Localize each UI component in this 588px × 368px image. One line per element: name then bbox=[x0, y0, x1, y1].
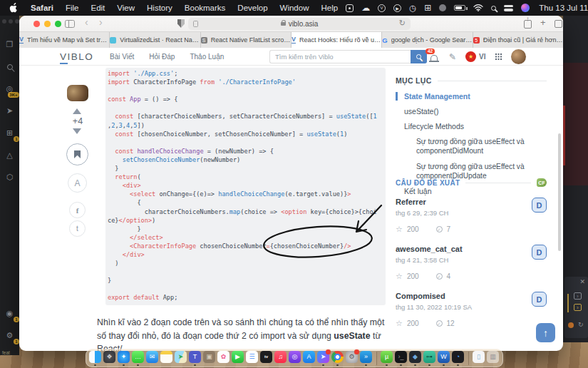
apple-menu-icon[interactable] bbox=[9, 3, 18, 13]
author-avatar[interactable] bbox=[67, 85, 88, 101]
page-scrollbar[interactable] bbox=[558, 133, 561, 251]
pages-icon[interactable]: ❐ bbox=[0, 34, 19, 56]
dock-terminal-icon[interactable]: ›_ bbox=[395, 351, 408, 366]
language-switcher[interactable]: ★ VI bbox=[465, 51, 485, 62]
dock-podcasts-icon[interactable]: ◎ bbox=[289, 351, 301, 363]
dock-vscode-icon[interactable]: » bbox=[360, 351, 373, 366]
viblo-nav-item[interactable]: Thảo Luận bbox=[190, 53, 224, 61]
reload-icon[interactable]: ↻ bbox=[399, 19, 406, 28]
menu-edit[interactable]: Edit bbox=[91, 4, 105, 12]
circle-v-icon[interactable]: V bbox=[378, 3, 386, 13]
blocks-icon[interactable]: ⊞1 bbox=[0, 122, 19, 144]
time-icon[interactable]: ◷ bbox=[409, 3, 416, 13]
menu-view[interactable]: View bbox=[117, 4, 135, 12]
browser-tab-4[interactable]: VReact Hooks: Hiểu rõ về us... bbox=[292, 32, 382, 48]
dock-appstore-icon[interactable]: A bbox=[303, 351, 316, 363]
write-post-icon[interactable]: ✎ bbox=[449, 52, 456, 62]
search-input[interactable] bbox=[269, 50, 411, 63]
puzzle-item[interactable]: Compomisedthg 11 30, 2022 10:19 SAD☆200✓… bbox=[396, 292, 547, 328]
control-center-icon[interactable] bbox=[504, 3, 513, 13]
refresh-icon[interactable]: ↻ bbox=[578, 321, 584, 328]
menu-window[interactable]: Window bbox=[280, 4, 309, 12]
twitter-share-button[interactable]: t bbox=[69, 220, 86, 237]
dock-maps-icon[interactable]: ➤ bbox=[175, 351, 187, 363]
address-bar[interactable]: viblo.asia ↻ bbox=[188, 18, 411, 30]
menu-help[interactable]: Help bbox=[321, 4, 338, 12]
dock-safari-icon[interactable]: ✦ bbox=[118, 351, 130, 366]
reader-page-icon[interactable] bbox=[193, 21, 198, 27]
new-tab-button[interactable]: + bbox=[540, 17, 546, 28]
search-icon[interactable] bbox=[0, 56, 19, 78]
toc-item[interactable]: State Management bbox=[396, 92, 547, 101]
siri-icon[interactable] bbox=[521, 3, 530, 13]
dock-mail-icon[interactable]: ✉ bbox=[146, 351, 159, 363]
gear-icon[interactable]: ⚙1 bbox=[0, 324, 19, 347]
dock-notes-icon[interactable] bbox=[160, 351, 173, 363]
bookmark-button[interactable] bbox=[66, 143, 88, 165]
package-icon[interactable]: ⬡ bbox=[0, 166, 19, 188]
menubar-clock[interactable]: Thu 13 Jul 11:03 bbox=[539, 4, 588, 12]
close-window-button[interactable] bbox=[33, 21, 40, 27]
toc-item[interactable]: useState() bbox=[396, 107, 547, 116]
browser-tab-5[interactable]: Ggoogle dịch - Google Search bbox=[382, 32, 473, 48]
scroll-to-top-button[interactable]: ↑ bbox=[536, 323, 555, 342]
menu-file[interactable]: File bbox=[66, 4, 79, 12]
dock-facetime-icon[interactable]: ▶ bbox=[232, 351, 244, 363]
keychain-icon[interactable] bbox=[346, 3, 354, 13]
toc-item[interactable]: Sự tương đồng giữa useEffect và componen… bbox=[408, 137, 535, 155]
dock-launchpad-icon[interactable]: ❖ bbox=[103, 351, 116, 363]
tab-overview-icon[interactable] bbox=[556, 21, 562, 28]
cloud-icon[interactable]: ☁ bbox=[361, 3, 370, 13]
zoom-window-button[interactable] bbox=[55, 21, 61, 27]
camera-icon[interactable] bbox=[439, 3, 446, 13]
dock-photos-icon[interactable]: ✿ bbox=[217, 351, 230, 363]
browser-tab-3[interactable]: SReact Native FlatList scrollT... bbox=[201, 32, 292, 48]
puzzle-item[interactable]: awesome_cat_catthg 4 21, 3:58 CHD☆200✓4 bbox=[396, 245, 547, 281]
viblo-logo[interactable]: VIBLO bbox=[60, 51, 93, 62]
search-icon[interactable] bbox=[491, 3, 496, 13]
dock-chrome-icon[interactable] bbox=[331, 351, 344, 366]
font-size-button[interactable]: A bbox=[68, 173, 87, 193]
dock-music-icon[interactable]: ♫ bbox=[274, 351, 287, 363]
downvote-button[interactable] bbox=[73, 128, 81, 134]
back-button[interactable]: ‹ bbox=[85, 16, 88, 28]
dock-messenger-icon[interactable]: ➤ bbox=[317, 351, 330, 366]
dock-keyapp-icon[interactable]: ⊶ bbox=[423, 351, 436, 366]
minimize-window-button[interactable] bbox=[44, 21, 51, 27]
play-icon[interactable]: ▶ bbox=[393, 3, 401, 13]
menu-bookmarks[interactable]: Bookmarks bbox=[185, 4, 226, 12]
dock-messages-icon[interactable]: … bbox=[132, 351, 145, 366]
wifi-icon[interactable] bbox=[473, 3, 483, 13]
menu-safari[interactable]: Safari bbox=[31, 4, 53, 12]
puzzle-item[interactable]: Referrerthg 6 29, 2:39 CHD☆200✓7 bbox=[396, 198, 547, 234]
menu-develop[interactable]: Develop bbox=[237, 4, 267, 12]
dock-teams-icon[interactable]: T bbox=[189, 351, 202, 366]
dock-phone-mirror-icon[interactable]: ▯ bbox=[473, 351, 485, 363]
dock-utorrent-icon[interactable]: µ bbox=[381, 351, 393, 366]
dock-word-icon[interactable]: W bbox=[438, 351, 450, 366]
run-icon[interactable]: › bbox=[574, 292, 582, 300]
puzzle-name[interactable]: awesome_cat_cat bbox=[396, 245, 463, 253]
close-icon[interactable]: ✕ bbox=[579, 278, 585, 285]
sidebar-toggle-icon[interactable] bbox=[65, 20, 75, 28]
browser-tab-1[interactable]: VTìm hiểu về Map và Set tron... bbox=[19, 32, 110, 48]
privacy-shield-icon[interactable] bbox=[177, 19, 185, 28]
notifications-button[interactable]: i 42 bbox=[421, 50, 440, 64]
dock-reminders-icon[interactable]: ☰ bbox=[246, 351, 259, 363]
user-avatar[interactable] bbox=[511, 49, 526, 64]
dock-finder-icon[interactable] bbox=[89, 351, 102, 366]
user-icon[interactable]: ◉1 bbox=[0, 302, 19, 324]
dock-trash-icon[interactable]: ▥ bbox=[487, 351, 500, 363]
dock-appletv-icon[interactable]: tv bbox=[260, 351, 273, 363]
toc-item[interactable]: Lifecycle Methods bbox=[396, 122, 547, 131]
dock-gauge-icon[interactable]: ◔ bbox=[452, 351, 465, 366]
menu-history[interactable]: History bbox=[147, 4, 172, 12]
upvote-button[interactable] bbox=[73, 108, 81, 114]
battery-icon[interactable] bbox=[454, 3, 465, 13]
share-icon[interactable] bbox=[524, 20, 532, 29]
grid-icon[interactable]: ⊞ bbox=[424, 3, 431, 13]
apps-grid-icon[interactable] bbox=[495, 53, 497, 56]
flask-icon[interactable]: △ bbox=[0, 144, 19, 166]
viblo-nav-item[interactable]: Bài Viết bbox=[110, 53, 134, 61]
pin-icon[interactable]: ◎3K+ bbox=[0, 78, 19, 100]
